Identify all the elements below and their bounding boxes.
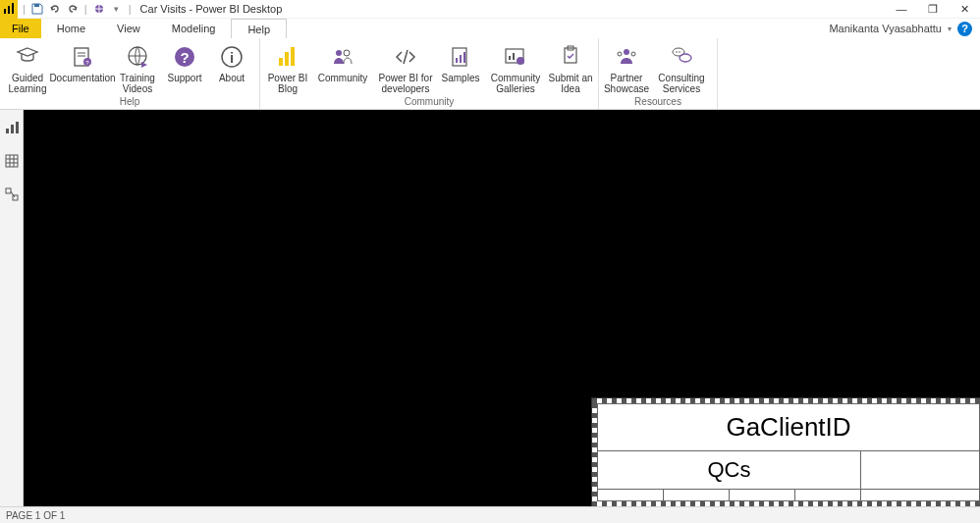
support-icon: ? bbox=[171, 43, 198, 71]
ribbon-label: Documentation bbox=[49, 73, 115, 83]
svg-rect-25 bbox=[463, 52, 465, 63]
svg-rect-24 bbox=[460, 55, 462, 63]
ribbon-group-resources: Partner Showcase Consulting Services Res… bbox=[599, 38, 718, 109]
samples-icon bbox=[447, 43, 474, 71]
svg-marker-12 bbox=[141, 62, 147, 68]
table-cell bbox=[795, 490, 861, 501]
ribbon-label: Community Galleries bbox=[484, 73, 547, 94]
table-cell bbox=[861, 490, 980, 501]
tab-help[interactable]: Help bbox=[231, 19, 287, 38]
svg-rect-3 bbox=[34, 4, 39, 7]
app-title: Car Visits - Power BI Desktop bbox=[140, 3, 283, 15]
svg-rect-47 bbox=[6, 188, 11, 193]
status-bar: PAGE 1 OF 1 bbox=[0, 506, 980, 523]
tab-modeling[interactable]: Modeling bbox=[156, 19, 232, 38]
user-name[interactable]: Manikanta Vyasabhattu bbox=[829, 23, 942, 34]
training-videos-icon bbox=[124, 43, 151, 71]
ribbon-tabs: File Home View Modeling Help Manikanta V… bbox=[0, 19, 980, 38]
save-icon[interactable] bbox=[30, 2, 44, 16]
ribbon-group-label: Resources bbox=[599, 96, 717, 109]
model-view-icon[interactable] bbox=[4, 186, 20, 202]
undo-icon[interactable] bbox=[48, 2, 62, 16]
partner-showcase-button[interactable]: Partner Showcase bbox=[603, 41, 650, 94]
code-icon bbox=[392, 43, 419, 71]
app-icon bbox=[0, 0, 18, 19]
tab-view[interactable]: View bbox=[101, 19, 156, 38]
report-canvas[interactable]: GaClientID QCs bbox=[24, 110, 980, 506]
page-indicator: PAGE 1 OF 1 bbox=[6, 510, 65, 521]
ribbon-group-label: Help bbox=[0, 96, 259, 109]
ribbon: Guided Learning ? Documentation Training… bbox=[0, 38, 980, 110]
ribbon-group-community: Power BI Blog Community Power BI for dev… bbox=[260, 38, 599, 109]
ribbon-label: Samples bbox=[442, 73, 480, 83]
submit-idea-button[interactable]: Submit an Idea bbox=[547, 41, 594, 94]
svg-rect-28 bbox=[513, 53, 515, 60]
svg-point-32 bbox=[624, 49, 629, 55]
partner-showcase-icon bbox=[613, 43, 640, 71]
svg-rect-39 bbox=[6, 129, 9, 133]
svg-rect-42 bbox=[6, 155, 18, 167]
svg-point-29 bbox=[517, 57, 524, 65]
help-icon[interactable]: ? bbox=[957, 22, 972, 36]
ribbon-group-label: Community bbox=[260, 96, 598, 109]
documentation-button[interactable]: ? Documentation bbox=[51, 41, 114, 83]
support-button[interactable]: ? Support bbox=[161, 41, 208, 83]
svg-rect-40 bbox=[11, 125, 14, 133]
tab-file[interactable]: File bbox=[0, 19, 41, 38]
qat-separator: | bbox=[23, 3, 26, 15]
ribbon-label: About bbox=[219, 73, 245, 83]
powerbi-blog-icon bbox=[274, 43, 301, 71]
galleries-icon bbox=[502, 43, 529, 71]
documentation-icon: ? bbox=[69, 43, 96, 71]
training-videos-button[interactable]: Training Videos bbox=[114, 41, 161, 94]
ribbon-label: Power BI for developers bbox=[374, 73, 437, 94]
powerbi-devs-button[interactable]: Power BI for developers bbox=[374, 41, 437, 94]
table-visual-selected[interactable]: GaClientID QCs bbox=[591, 397, 980, 506]
ribbon-label: Power BI Blog bbox=[264, 73, 311, 94]
svg-point-38 bbox=[679, 51, 681, 53]
view-rail bbox=[0, 110, 24, 506]
table-cell bbox=[730, 490, 795, 501]
data-view-icon[interactable] bbox=[4, 153, 20, 169]
community-button[interactable]: Community bbox=[311, 41, 374, 83]
touch-mode-icon[interactable] bbox=[92, 2, 106, 16]
svg-rect-18 bbox=[285, 52, 289, 66]
galleries-button[interactable]: Community Galleries bbox=[484, 41, 547, 94]
svg-rect-23 bbox=[456, 58, 458, 63]
consulting-button[interactable]: Consulting Services bbox=[650, 41, 713, 94]
svg-point-37 bbox=[676, 51, 678, 53]
svg-rect-27 bbox=[509, 56, 511, 60]
svg-point-33 bbox=[618, 52, 622, 56]
qat-dropdown-icon[interactable]: ▾ bbox=[110, 2, 124, 16]
redo-icon[interactable] bbox=[66, 2, 80, 16]
chevron-down-icon[interactable]: ▾ bbox=[948, 25, 952, 33]
guided-learning-icon bbox=[14, 43, 41, 71]
maximize-button[interactable]: ❐ bbox=[917, 0, 949, 19]
svg-text:?: ? bbox=[180, 49, 189, 66]
svg-rect-41 bbox=[16, 122, 19, 133]
consulting-icon bbox=[668, 43, 695, 71]
ribbon-label: Partner Showcase bbox=[603, 73, 650, 94]
svg-rect-17 bbox=[279, 58, 283, 66]
svg-point-34 bbox=[631, 52, 635, 56]
svg-rect-19 bbox=[291, 47, 295, 66]
community-icon bbox=[329, 43, 356, 71]
table-cell bbox=[598, 490, 664, 501]
column-header-qcs: QCs bbox=[598, 451, 861, 490]
svg-point-20 bbox=[336, 50, 342, 56]
window-controls: — ❐ ✕ bbox=[886, 0, 980, 19]
close-button[interactable]: ✕ bbox=[949, 0, 980, 19]
powerbi-blog-button[interactable]: Power BI Blog bbox=[264, 41, 311, 94]
submit-idea-icon bbox=[557, 43, 584, 71]
ribbon-label: Guided Learning bbox=[4, 73, 51, 94]
about-button[interactable]: i About bbox=[208, 41, 255, 83]
samples-button[interactable]: Samples bbox=[437, 41, 484, 83]
ribbon-label: Support bbox=[167, 73, 201, 83]
report-view-icon[interactable] bbox=[4, 120, 20, 135]
ribbon-label: Submit an Idea bbox=[547, 73, 594, 94]
tab-home[interactable]: Home bbox=[41, 19, 101, 38]
guided-learning-button[interactable]: Guided Learning bbox=[4, 41, 51, 94]
ribbon-group-help: Guided Learning ? Documentation Training… bbox=[0, 38, 260, 109]
minimize-button[interactable]: — bbox=[886, 0, 917, 19]
svg-point-21 bbox=[344, 50, 350, 56]
